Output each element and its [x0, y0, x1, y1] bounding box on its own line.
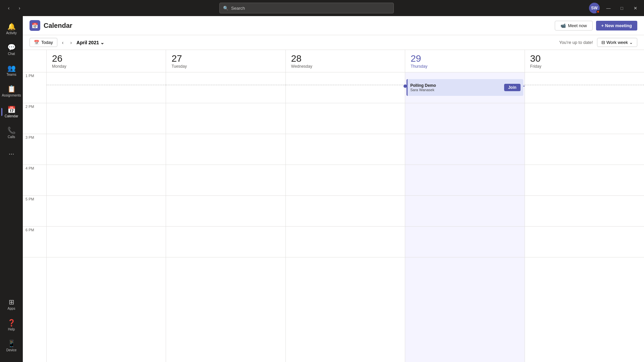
time-indicator-fri [525, 85, 644, 85]
chevron-down-icon: ⌄ [629, 40, 633, 45]
more-icon: ··· [9, 150, 14, 157]
grid-icon: ⊟ [601, 40, 605, 45]
calendar-icon: 📅 [7, 106, 16, 113]
event-title: Polling Demo [410, 83, 504, 88]
content-area: 📅 Calendar 📹 Meet now + New meeting 📅 To… [23, 16, 644, 362]
nav-buttons: ‹ › [4, 3, 24, 13]
time-indicator-mon [47, 85, 166, 85]
prev-button[interactable]: ‹ [60, 39, 66, 47]
close-button[interactable]: ✕ [631, 3, 640, 13]
sidebar-item-activity[interactable]: 🔔 Activity [1, 19, 21, 39]
day-col-wednesday[interactable] [285, 72, 405, 362]
calendar-app-icon: 📅 [30, 20, 40, 31]
avatar[interactable]: SW [589, 3, 600, 13]
new-meeting-button[interactable]: + New meeting [596, 21, 637, 31]
calendar-header: 📅 Calendar 📹 Meet now + New meeting [23, 16, 644, 35]
day-header-0: 26 Monday [46, 50, 166, 72]
help-icon: ❓ [7, 319, 16, 326]
back-button[interactable]: ‹ [4, 3, 13, 13]
search-placeholder: Search [231, 6, 245, 11]
device-icon: 📱 [7, 340, 16, 347]
calls-icon: 📞 [7, 127, 16, 134]
avatar-badge [596, 10, 600, 13]
calendar-title-text: Calendar [44, 22, 72, 29]
day-header-1: 27 Tuesday [166, 50, 285, 72]
chevron-down-icon: ⌄ [100, 40, 104, 45]
main-layout: 🔔 Activity 💬 Chat 👥 Teams 📋 Assignments … [0, 16, 644, 362]
day-header-3: 29 Thursday [405, 50, 524, 72]
calendar-body: 1 PM 2 PM 3 PM 4 PM 5 PM 6 PM [23, 72, 644, 362]
time-indicator-wed [286, 85, 405, 85]
calendar-toolbar: 📅 Today ‹ › April 2021 ⌄ You're up to da… [23, 35, 644, 50]
chat-icon: 💬 [7, 44, 16, 51]
meet-now-button[interactable]: 📹 Meet now [555, 21, 592, 31]
time-column: 1 PM 2 PM 3 PM 4 PM 5 PM 6 PM [23, 72, 46, 362]
day-col-friday[interactable] [525, 72, 644, 362]
event-info: Polling Demo Sara Wanasek [410, 83, 504, 92]
titlebar-left: ‹ › [4, 3, 24, 13]
day-col-monday[interactable] [46, 72, 166, 362]
titlebar-right: SW — □ ✕ [589, 3, 640, 13]
calendar-toolbar-right: You're up to date! ⊟ Work week ⌄ [559, 38, 637, 47]
days-header: 26 Monday 27 Tuesday 28 Wednesday 29 Thu… [23, 50, 644, 72]
day-col-tuesday[interactable] [166, 72, 285, 362]
day-col-thursday[interactable]: Polling Demo Sara Wanasek Join [405, 72, 524, 362]
sidebar-item-more[interactable]: ··· [1, 143, 21, 164]
day-header-2: 28 Wednesday [285, 50, 405, 72]
sidebar-item-chat[interactable]: 💬 Chat [1, 40, 21, 60]
sidebar-item-calendar[interactable]: 📅 Calendar [1, 102, 21, 122]
sidebar-item-assignments[interactable]: 📋 Assignments [1, 81, 21, 101]
calendar-grid: 26 Monday 27 Tuesday 28 Wednesday 29 Thu… [23, 50, 644, 362]
calendar-actions: 📹 Meet now + New meeting [555, 21, 637, 31]
month-picker[interactable]: April 2021 ⌄ [76, 40, 104, 45]
time-slot-2pm: 2 PM [23, 103, 46, 134]
sidebar-item-apps[interactable]: ⊞ Apps [1, 294, 21, 314]
calendar-title: 📅 Calendar [30, 20, 72, 31]
sidebar-item-calls[interactable]: 📞 Calls [1, 123, 21, 143]
calendar-nav: 📅 Today ‹ › April 2021 ⌄ [30, 38, 104, 47]
time-slot-1pm: 1 PM [23, 72, 46, 103]
event-subtitle: Sara Wanasek [410, 88, 504, 92]
sidebar-item-device[interactable]: 📱 Device [1, 336, 21, 356]
join-button[interactable]: Join [504, 84, 521, 91]
sidebar-item-teams[interactable]: 👥 Teams [1, 60, 21, 80]
time-slot-6pm: 6 PM [23, 227, 46, 257]
today-button[interactable]: 📅 Today [30, 38, 57, 47]
maximize-button[interactable]: □ [617, 3, 627, 13]
minimize-button[interactable]: — [604, 3, 613, 13]
up-to-date-text: You're up to date! [559, 40, 593, 45]
forward-button[interactable]: › [15, 3, 24, 13]
event-card-polling-demo[interactable]: Polling Demo Sara Wanasek Join [407, 79, 523, 96]
view-picker[interactable]: ⊟ Work week ⌄ [597, 38, 637, 47]
activity-icon: 🔔 [7, 23, 16, 30]
next-button[interactable]: › [68, 39, 74, 47]
time-slot-3pm: 3 PM [23, 134, 46, 165]
time-slot-4pm: 4 PM [23, 165, 46, 196]
time-indicator-tue [166, 85, 285, 85]
day-header-4: 30 Friday [525, 50, 644, 72]
meet-now-icon: 📹 [560, 23, 566, 28]
sidebar-bottom: ⊞ Apps ❓ Help 📱 Device [1, 294, 21, 359]
time-slot-5pm: 5 PM [23, 196, 46, 227]
sidebar: 🔔 Activity 💬 Chat 👥 Teams 📋 Assignments … [0, 16, 23, 362]
teams-icon: 👥 [7, 65, 16, 71]
titlebar: ‹ › 🔍 Search SW — □ ✕ [0, 0, 644, 16]
today-icon: 📅 [34, 40, 39, 45]
time-header [23, 50, 46, 72]
sidebar-item-help[interactable]: ❓ Help [1, 315, 21, 335]
search-bar[interactable]: 🔍 Search [219, 3, 394, 13]
apps-icon: ⊞ [9, 299, 14, 305]
search-icon: 🔍 [223, 6, 228, 11]
assignments-icon: 📋 [7, 85, 16, 92]
